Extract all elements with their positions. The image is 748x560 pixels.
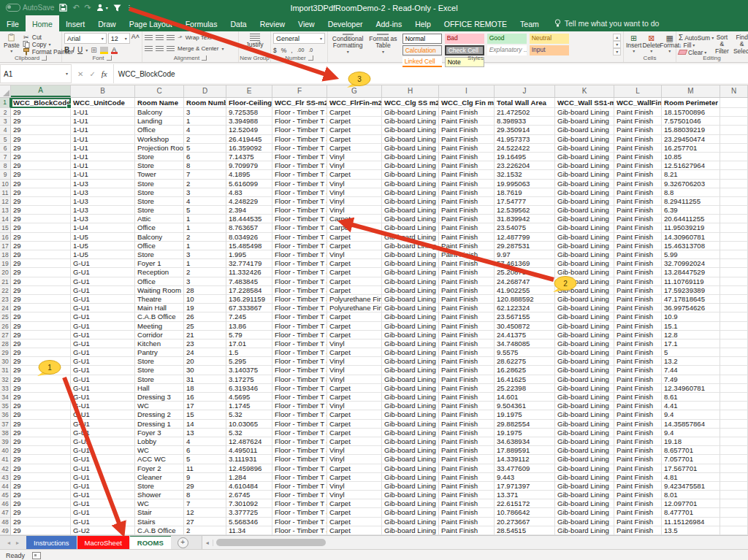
cell-b17[interactable]: 1-U5 bbox=[71, 242, 135, 250]
cell-j6[interactable]: 24.522422 bbox=[495, 144, 555, 153]
cell-i18[interactable]: Paint Finish bbox=[439, 250, 495, 259]
cell-c49[interactable]: C.A.B Office bbox=[135, 526, 184, 535]
cell-i16[interactable]: Paint Finish bbox=[439, 233, 495, 242]
cell-b42[interactable]: G-U1 bbox=[71, 464, 135, 473]
font-name-select[interactable]: Arial▾ bbox=[64, 33, 107, 44]
bold-button[interactable]: B bbox=[64, 46, 69, 54]
cell-b26[interactable]: G-U1 bbox=[71, 322, 135, 331]
cell-g18[interactable]: Vinyl bbox=[327, 250, 382, 259]
alignment-dialog-launcher[interactable] bbox=[202, 55, 207, 61]
cell-d40[interactable]: 6 bbox=[184, 446, 226, 455]
cell-m9[interactable]: 8.21 bbox=[662, 170, 720, 179]
cell-b16[interactable]: 1-U5 bbox=[71, 233, 135, 242]
cell-e27[interactable]: 5.79 bbox=[226, 331, 272, 340]
cell-i32[interactable]: Paint Finish bbox=[439, 375, 495, 384]
cell-f3[interactable]: Floor - Timber T & bbox=[272, 117, 327, 126]
cell-g40[interactable]: Vinyl bbox=[327, 446, 382, 455]
cell-d49[interactable]: 2 bbox=[184, 526, 226, 535]
qat-customize-button[interactable]: ⋮ bbox=[126, 5, 132, 11]
style-chip-neutral[interactable]: Neutral bbox=[530, 34, 569, 44]
cell-j19[interactable]: 57.461369 bbox=[495, 259, 555, 268]
cell-h5[interactable]: Gib-board Lining bbox=[382, 135, 439, 144]
cell-g16[interactable]: Carpet bbox=[327, 233, 382, 242]
cell-i46[interactable]: Paint Finish bbox=[439, 499, 495, 508]
delete-cells-button[interactable]: ⊠ Delete ▾ bbox=[643, 33, 660, 54]
cell-j48[interactable]: 20.273667 bbox=[495, 518, 555, 526]
cell-g46[interactable]: Carpet bbox=[327, 499, 382, 508]
cell-k39[interactable]: Gib-board Lining bbox=[555, 437, 614, 446]
cell-d9[interactable]: 7 bbox=[184, 170, 226, 179]
column-header-e[interactable]: E bbox=[226, 85, 272, 97]
cell-f47[interactable]: Floor - Timber T & bbox=[272, 508, 327, 517]
cell-b45[interactable]: G-U1 bbox=[71, 491, 135, 499]
cell-n33[interactable] bbox=[720, 384, 748, 393]
row-header-36[interactable]: 36 bbox=[0, 410, 11, 419]
tab-file[interactable]: File bbox=[0, 15, 26, 31]
cell-e44[interactable]: 4.610484 bbox=[226, 482, 272, 491]
cell-n14[interactable] bbox=[720, 215, 748, 223]
cell-d1[interactable]: Room Number bbox=[184, 98, 226, 108]
cell-f44[interactable]: Floor - Timber T & bbox=[272, 482, 327, 491]
cell-n47[interactable] bbox=[720, 508, 748, 517]
ink-button[interactable]: ▾ bbox=[96, 4, 108, 12]
cell-a19[interactable]: 29 bbox=[11, 259, 71, 268]
cell-b41[interactable]: G-U1 bbox=[71, 455, 135, 464]
cell-d45[interactable]: 8 bbox=[184, 491, 226, 499]
cell-i48[interactable]: Paint Finish bbox=[439, 518, 495, 526]
cell-a33[interactable]: 29 bbox=[11, 384, 71, 393]
cell-g36[interactable]: Carpet bbox=[327, 410, 382, 419]
cell-a12[interactable]: 29 bbox=[11, 197, 71, 206]
cell-d47[interactable]: 12 bbox=[184, 508, 226, 517]
cell-f28[interactable]: Floor - Timber T & bbox=[272, 340, 327, 348]
cell-d33[interactable]: 18 bbox=[184, 384, 226, 393]
insert-cells-button[interactable]: ⊞ Insert ▾ bbox=[626, 33, 641, 54]
grow-font-button[interactable]: A˄ bbox=[131, 33, 140, 44]
decrease-decimal-button[interactable]: .0 bbox=[308, 47, 313, 53]
cell-c43[interactable]: Cleaner bbox=[135, 473, 184, 482]
cell-n15[interactable] bbox=[720, 223, 748, 232]
cell-k34[interactable]: Gib-board Lining bbox=[555, 393, 614, 402]
cell-h18[interactable]: Gib-board Lining bbox=[382, 250, 439, 259]
cell-g19[interactable]: Carpet bbox=[327, 259, 382, 268]
style-chip-normal[interactable]: Normal bbox=[402, 34, 442, 44]
cell-m23[interactable]: 47.17818645 bbox=[662, 295, 720, 304]
cell-f13[interactable]: Floor - Timber T & bbox=[272, 206, 327, 215]
cell-k5[interactable]: Gib-board Lining bbox=[555, 135, 614, 144]
find-select-button[interactable]: Find & Select bbox=[732, 33, 748, 54]
cell-n19[interactable] bbox=[720, 259, 748, 268]
cell-l46[interactable]: Paint Finish bbox=[614, 499, 662, 508]
row-header-35[interactable]: 35 bbox=[0, 402, 11, 410]
tab-review[interactable]: Review bbox=[253, 15, 291, 31]
column-header-l[interactable]: L bbox=[614, 85, 662, 97]
cell-e25[interactable]: 7.245 bbox=[226, 312, 272, 321]
cell-c17[interactable]: Office bbox=[135, 242, 184, 250]
cell-b3[interactable]: 1-U1 bbox=[71, 117, 135, 126]
cell-i41[interactable]: Paint Finish bbox=[439, 455, 495, 464]
row-header-26[interactable]: 26 bbox=[0, 322, 11, 331]
cell-j7[interactable]: 19.16495 bbox=[495, 153, 555, 161]
row-header-45[interactable]: 45 bbox=[0, 491, 11, 499]
cell-f31[interactable]: Floor - Timber T & bbox=[272, 366, 327, 375]
cell-m41[interactable]: 7.057701 bbox=[662, 455, 720, 464]
cell-c20[interactable]: Reception bbox=[135, 268, 184, 277]
cell-g10[interactable]: Vinyl bbox=[327, 180, 382, 188]
cell-m5[interactable]: 23.29450474 bbox=[662, 135, 720, 144]
cell-d38[interactable]: 13 bbox=[184, 429, 226, 437]
cell-a8[interactable]: 29 bbox=[11, 161, 71, 170]
orientation-button[interactable]: ⬏ bbox=[178, 34, 183, 41]
cell-d10[interactable]: 2 bbox=[184, 180, 226, 188]
cell-l35[interactable]: Paint Finish bbox=[614, 402, 662, 410]
align-right-icon[interactable] bbox=[167, 46, 175, 52]
cell-n29[interactable] bbox=[720, 348, 748, 357]
cell-n1[interactable] bbox=[720, 98, 748, 108]
cell-m24[interactable]: 36.99754626 bbox=[662, 304, 720, 312]
cell-l16[interactable]: Paint Finish bbox=[614, 233, 662, 242]
cell-k1[interactable]: WCC_Wall SS1-m2 bbox=[555, 98, 614, 108]
conditional-formatting-button[interactable]: Conditional Formatting ▾ bbox=[330, 33, 365, 54]
undo-button[interactable]: ↶ bbox=[72, 4, 79, 12]
cell-b47[interactable]: G-U1 bbox=[71, 508, 135, 517]
cell-e24[interactable]: 67.333867 bbox=[226, 304, 272, 312]
cell-n13[interactable] bbox=[720, 206, 748, 215]
cell-c19[interactable]: Foyer 1 bbox=[135, 259, 184, 268]
cell-c23[interactable]: Theatre bbox=[135, 295, 184, 304]
